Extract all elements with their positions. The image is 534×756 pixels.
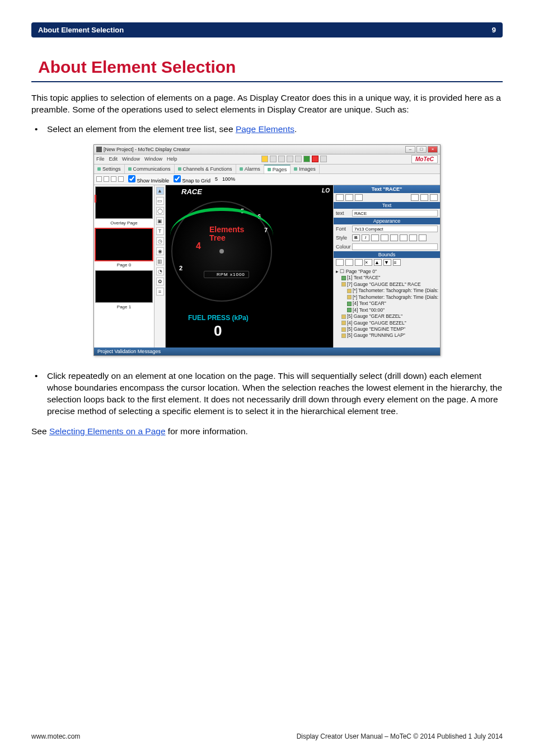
style-align2-button[interactable]: [381, 234, 388, 241]
canvas-race-text[interactable]: RACE: [181, 187, 202, 196]
tree-item[interactable]: [5] Gauge "ENGINE TEMP": [336, 326, 438, 332]
selecting-elements-link[interactable]: Selecting Elements on a Page: [49, 426, 166, 436]
colour-dropdown[interactable]: [352, 243, 438, 250]
screenshot-figure: [New Project] - MoTeC Display Creator – …: [31, 144, 503, 356]
toolbar-run-icon[interactable]: [303, 156, 310, 162]
tool-dial-icon[interactable]: ◉: [156, 247, 164, 255]
menu-help[interactable]: Help: [167, 156, 177, 162]
toolbar-stop-icon[interactable]: [312, 156, 318, 162]
toolbar-redo-icon[interactable]: [295, 156, 302, 162]
thumb-overlay-label: Overlay Page: [94, 220, 154, 227]
callout-elements-tree-label: Elements Tree: [209, 226, 244, 243]
menu-edit[interactable]: Edit: [109, 156, 118, 162]
prop-title: Text "RACE": [334, 185, 440, 193]
tree-item[interactable]: [*] Tachometer: Tachograph: Time (Dials:…: [336, 294, 438, 300]
status-bar: Project Validation Messages: [94, 348, 440, 355]
pages-add-icon[interactable]: [96, 176, 102, 182]
style-align6-button[interactable]: [419, 234, 427, 241]
tree-root[interactable]: ▸ ☐ Page "Page 0": [336, 269, 438, 275]
callout-number-4: 4: [196, 241, 201, 251]
appearance-section-title: Appearance: [334, 218, 440, 224]
style-align4-button[interactable]: [400, 234, 407, 241]
pages-up-icon[interactable]: [111, 176, 116, 182]
tree-item[interactable]: [4] Gauge "GAUGE BEZEL": [336, 320, 438, 326]
tool-gear-icon[interactable]: ✿: [156, 278, 164, 285]
canvas-tachometer[interactable]: 2 5 6 7 RPM x1000: [171, 201, 272, 302]
menu-window2[interactable]: Window: [144, 156, 162, 162]
see-prefix: See: [31, 426, 49, 436]
thumb-overlay[interactable]: [95, 186, 153, 219]
tree-item[interactable]: [4] Text "GEAR": [336, 300, 438, 307]
tree-up-icon[interactable]: ▲: [374, 259, 382, 266]
toolbar-undo-icon[interactable]: [287, 156, 293, 162]
tool-bar-icon[interactable]: ▥: [156, 257, 164, 265]
page-canvas[interactable]: RACE LO 2 5 6 7 RPM x1000 4 Elements Tre…: [166, 185, 334, 348]
element-tree[interactable]: ▸ ☐ Page "Page 0" [1] Text "RACE" [7] Ga…: [334, 267, 440, 341]
tab-alarms[interactable]: Alarms: [236, 165, 264, 173]
tree-tool1-icon[interactable]: [336, 259, 344, 266]
align-top-icon[interactable]: [411, 194, 419, 201]
tool-text-icon[interactable]: T: [156, 227, 164, 235]
tree-tool2-icon[interactable]: [345, 259, 353, 266]
align-right-icon[interactable]: [355, 194, 363, 201]
tool-circle-icon[interactable]: ◯: [156, 207, 164, 215]
style-italic-button[interactable]: I: [362, 234, 369, 241]
align-middle-icon[interactable]: [420, 194, 428, 201]
tool-pointer-icon[interactable]: ▲: [156, 187, 164, 195]
thumb-page0[interactable]: [95, 228, 153, 261]
style-bold-button[interactable]: B: [352, 234, 360, 241]
minimize-button[interactable]: –: [405, 146, 415, 153]
tree-item[interactable]: [5] Gauge "GEAR BEZEL": [336, 313, 438, 320]
font-dropdown[interactable]: 7x13 Compact: [352, 226, 438, 232]
show-invisible-checkbox[interactable]: Show Invisible: [128, 175, 169, 184]
tool-rect-icon[interactable]: ▭: [156, 197, 164, 205]
tool-led-icon[interactable]: ◔: [156, 267, 164, 275]
tree-more-icon[interactable]: ≡: [393, 259, 401, 266]
text-section-title: Text: [334, 202, 440, 209]
page-title: About Element Selection: [38, 58, 503, 77]
toolbar-save-icon[interactable]: [270, 156, 277, 162]
toolbar-open-icon[interactable]: [261, 156, 268, 162]
grid-size-field[interactable]: 5: [215, 176, 218, 182]
bullet1-suffix: .: [294, 124, 297, 134]
tab-images[interactable]: Images: [291, 165, 320, 173]
tool-gauge-icon[interactable]: ◷: [156, 237, 164, 245]
close-button[interactable]: ×: [428, 146, 438, 153]
tree-item[interactable]: [4] Text "00:00": [336, 307, 438, 313]
tree-item[interactable]: [7] Gauge "GAUGE BEZEL" RACE: [336, 281, 438, 288]
tree-delete-icon[interactable]: ×: [364, 259, 372, 266]
pages-down-icon[interactable]: [118, 176, 124, 182]
snap-to-grid-checkbox[interactable]: Snap to Grid: [174, 175, 210, 184]
tab-settings[interactable]: Settings: [94, 165, 125, 173]
style-align3-button[interactable]: [390, 234, 398, 241]
style-align1-button[interactable]: [371, 234, 379, 241]
text-field-value[interactable]: RACE: [352, 210, 438, 217]
maximize-button[interactable]: □: [416, 146, 427, 153]
align-left-icon[interactable]: [336, 194, 344, 201]
canvas-fuel-label: FUEL PRESS (kPa): [188, 314, 249, 322]
toolbar-send-icon[interactable]: [278, 156, 285, 162]
tree-tool3-icon[interactable]: [355, 259, 363, 266]
menu-window[interactable]: Window: [122, 156, 140, 162]
toolbar-help-icon[interactable]: [320, 156, 327, 162]
thumb-page1[interactable]: [95, 270, 153, 303]
tree-item[interactable]: [1] Text "RACE": [336, 275, 438, 281]
dial-num-7: 7: [264, 227, 268, 233]
bullet-item-2: Click repeatedly on an element at one lo…: [31, 370, 503, 417]
tab-channels[interactable]: Channels & Functions: [175, 165, 236, 173]
tree-item[interactable]: [5] Gauge "RUNNING LAP": [336, 332, 438, 339]
menu-file[interactable]: File: [96, 156, 105, 162]
align-center-icon[interactable]: [345, 194, 353, 201]
page-elements-link[interactable]: Page Elements: [236, 124, 294, 134]
tool-image-icon[interactable]: ▣: [156, 217, 164, 225]
tree-down-icon[interactable]: ▼: [383, 259, 391, 266]
zoom-percent[interactable]: 100%: [222, 176, 235, 182]
app-window: [New Project] - MoTeC Display Creator – …: [93, 144, 441, 356]
tab-communications[interactable]: Communications: [125, 165, 175, 173]
align-bottom-icon[interactable]: [430, 194, 438, 201]
style-align5-button[interactable]: [409, 234, 417, 241]
pages-delete-icon[interactable]: [104, 176, 109, 182]
tree-item[interactable]: [*] Tachometer: Tachograph: Time (Dials:…: [336, 288, 438, 294]
tab-pages[interactable]: Pages: [264, 165, 291, 173]
tool-misc-icon[interactable]: ≡: [156, 288, 164, 295]
